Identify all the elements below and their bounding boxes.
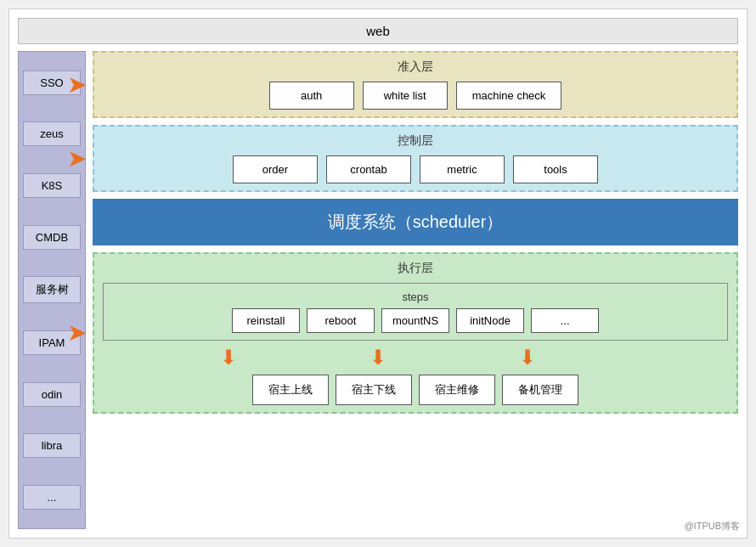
scheduler-title: 调度系统（scheduler） [328, 212, 504, 231]
steps-items: reinstall reboot mountNS initNode [112, 308, 719, 333]
step-mountns: mountNS [381, 308, 449, 333]
step-initnode: initNode [456, 308, 524, 333]
sidebar-item-k8s[interactable]: K8S [23, 173, 81, 198]
step-reinstall: reinstall [232, 308, 300, 333]
control-item-tools: tools [513, 155, 598, 183]
step-reboot: reboot [307, 308, 375, 333]
arrow-exec-icon: ➤ [67, 321, 87, 345]
exec-layer: 执行层 steps reinstall reboot mo [93, 252, 738, 414]
control-row: ➤ 控制层 order crontab metric [93, 125, 738, 192]
host-item-offline: 宿主下线 [336, 375, 412, 405]
sidebar-item-zeus[interactable]: zeus [23, 121, 81, 146]
steps-title: steps [112, 290, 719, 303]
main-area: SSO zeus K8S CMDB 服务树 IPAM odin libra [18, 51, 738, 529]
arrow-spacer-3 [568, 346, 636, 369]
sidebar: SSO zeus K8S CMDB 服务树 IPAM odin libra [18, 51, 86, 529]
control-layer: 控制层 order crontab metric tools [93, 125, 738, 192]
sidebar-item-cmdb[interactable]: CMDB [23, 225, 81, 250]
control-item-metric: metric [420, 155, 505, 183]
steps-box: steps reinstall reboot mountNS [103, 283, 728, 341]
admission-item-whitelist: white list [363, 82, 448, 110]
diagram-wrapper: web SSO zeus K8S CMDB 服务树 IPAM o [8, 8, 748, 539]
watermark: @ITPUB博客 [684, 520, 740, 533]
right-content: ➤ 准入层 auth white list machine check [86, 51, 738, 529]
arrow-spacer-1 [269, 346, 337, 369]
down-arrow-2: ⬇ [344, 346, 412, 369]
host-item-online: 宿主上线 [252, 375, 329, 405]
admission-item-machinecheck: machine check [456, 82, 562, 110]
arrow-control-icon: ➤ [67, 147, 87, 171]
sidebar-item-more: ... [23, 485, 81, 510]
arrow-to-control: ➤ [67, 147, 87, 171]
sidebar-item-service-tree[interactable]: 服务树 [23, 276, 81, 303]
admission-title: 准入层 [103, 59, 728, 75]
arrow-to-exec: ➤ [67, 321, 87, 345]
control-title: 控制层 [103, 133, 728, 149]
host-item-maintenance: 宿主维修 [419, 375, 495, 405]
down-arrow-1: ⬇ [195, 346, 262, 369]
exec-title: 执行层 [103, 261, 728, 276]
admission-items: auth white list machine check [103, 82, 728, 110]
host-item-standby: 备机管理 [502, 375, 578, 405]
arrow-admission-icon: ➤ [67, 73, 87, 97]
scheduler-box: 调度系统（scheduler） [93, 199, 738, 245]
down-arrow-3: ⬇ [494, 346, 561, 369]
web-label: web [366, 24, 390, 38]
exec-row: ➤ 执行层 steps reinstall reboot [93, 252, 738, 414]
admission-row: ➤ 准入层 auth white list machine check [93, 51, 738, 118]
arrow-to-admission: ➤ [67, 73, 87, 97]
web-bar: web [18, 18, 738, 44]
arrow-spacer-2 [419, 346, 487, 369]
control-items: order crontab metric tools [103, 155, 728, 183]
control-item-order: order [233, 155, 318, 183]
exec-down-arrows: ⬇ ⬇ ⬇ [103, 341, 728, 375]
control-item-crontab: crontab [326, 155, 411, 183]
sidebar-item-libra[interactable]: libra [23, 433, 81, 458]
step-more: ... [531, 308, 599, 333]
sidebar-item-odin[interactable]: odin [23, 382, 81, 407]
host-items: 宿主上线 宿主下线 宿主维修 备机管理 [103, 375, 728, 405]
admission-item-auth: auth [269, 82, 354, 110]
admission-layer: 准入层 auth white list machine check [93, 51, 738, 118]
